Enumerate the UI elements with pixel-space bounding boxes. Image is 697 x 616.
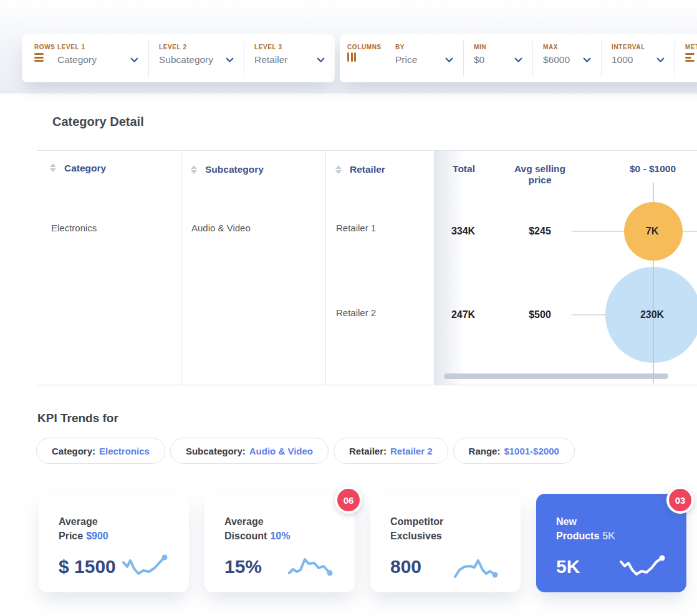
chevron-down-icon [583, 57, 591, 63]
max-label: MAX [543, 44, 601, 51]
sort-retailer-button[interactable] [335, 165, 342, 174]
card-title-line1: Average [224, 516, 264, 527]
kpi-card-new-products[interactable]: 03 New Products5K 5K [536, 494, 686, 592]
pill-value: Retailer 2 [390, 446, 433, 456]
by-dropdown[interactable]: BY Price [395, 34, 463, 82]
level1-dropdown[interactable]: LEVEL 1 Category [57, 34, 148, 82]
filter-pill-range[interactable]: Range: $1001-$2000 [453, 438, 575, 464]
chevron-down-icon [656, 57, 665, 63]
rows-label: ROWS [34, 44, 57, 51]
max-value: $6000 [543, 54, 570, 65]
sort-subcategory-button[interactable] [191, 165, 197, 174]
rows-icon [34, 53, 57, 62]
metrics-icon [685, 53, 697, 62]
chevron-down-icon [514, 57, 522, 63]
card-inline-value: 10% [270, 531, 290, 541]
column-header-avg-price: Avg selling price [509, 163, 571, 186]
level2-value: Subcategory [159, 54, 213, 65]
panel-left-shadow [435, 151, 465, 385]
level2-label: LEVEL 2 [159, 44, 244, 51]
interval-dropdown[interactable]: INTERVAL 1000 [602, 34, 675, 82]
sparkline [453, 553, 502, 580]
level1-value: Category [57, 54, 97, 65]
sort-category-button[interactable] [50, 163, 56, 172]
card-inline-value: $900 [86, 531, 108, 541]
horizontal-scrollbar[interactable] [444, 373, 668, 379]
chevron-down-icon [130, 57, 138, 63]
card-title-line1: New [556, 516, 577, 527]
card-title-line2: Price [59, 531, 83, 541]
card-title-line2: Exclusives [390, 531, 442, 541]
level3-value: Retailer [254, 54, 287, 65]
level3-label: LEVEL 3 [254, 44, 335, 51]
interval-label: INTERVAL [612, 44, 675, 51]
card-value: 5K [556, 556, 580, 577]
filter-pill-category[interactable]: Category: Electronics [36, 438, 165, 464]
columns-icon [347, 52, 395, 62]
column-divider [181, 150, 181, 385]
cell-retailer[interactable]: Retailer 2 [336, 307, 376, 318]
rows-toolbar: ROWS LEVEL 1 Category LEVEL 2 Subcategor… [22, 34, 335, 82]
min-label: MIN [474, 44, 532, 51]
bubble-value: 230K [640, 309, 664, 320]
filter-pill-retailer[interactable]: Retailer: Retailer 2 [334, 438, 448, 464]
kpi-card-average-price[interactable]: Average Price$900 $ 1500 [39, 494, 189, 592]
chevron-down-icon [445, 57, 453, 63]
interval-value: 1000 [612, 54, 633, 65]
min-dropdown[interactable]: MIN $0 [464, 34, 532, 82]
pill-value: $1001-$2000 [504, 446, 559, 456]
kpi-cards: Average Price$900 $ 1500 06 Average Disc… [39, 494, 686, 592]
card-title-line1: Average [59, 516, 98, 527]
card-title: Average Price$900 [59, 515, 170, 543]
notification-badge: 03 [666, 486, 694, 514]
filter-pill-subcategory[interactable]: Subcategory: Audio & Video [170, 438, 329, 464]
cell-avg-price: $245 [529, 226, 551, 237]
metrics-section[interactable]: MET [675, 34, 697, 82]
column-header-total: Total [453, 163, 475, 175]
card-title: Competitor Exclusives [390, 515, 502, 543]
kpi-card-competitor-exclusives[interactable]: Competitor Exclusives 800 [370, 494, 521, 592]
level1-label: LEVEL 1 [57, 44, 148, 51]
pill-label: Range: [469, 446, 501, 456]
level2-dropdown[interactable]: LEVEL 2 Subcategory [149, 34, 244, 82]
column-header-retailer: Retailer [350, 164, 385, 175]
bubble-value: 7K [646, 226, 658, 237]
chevron-down-icon [317, 57, 325, 63]
column-header-bucket: $0 - $1000 [630, 163, 676, 175]
pill-label: Category: [52, 446, 95, 456]
dashboard: ROWS LEVEL 1 Category LEVEL 2 Subcategor… [0, 0, 697, 616]
kpi-section-title: KPI Trends for [37, 411, 118, 425]
cell-avg-price: $500 [529, 309, 551, 320]
card-value: 15% [224, 556, 262, 577]
pill-value: Electronics [99, 446, 150, 456]
card-title-line1: Competitor [390, 516, 443, 527]
card-inline-value: 5K [602, 531, 615, 541]
cell-category[interactable]: Electronics [51, 223, 97, 233]
kpi-card-average-discount[interactable]: 06 Average Discount10% 15% [204, 494, 355, 592]
level3-dropdown[interactable]: LEVEL 3 Retailer [244, 34, 335, 82]
by-label: BY [395, 44, 463, 51]
pill-value: Audio & Video [249, 446, 313, 456]
card-value: 800 [390, 556, 421, 577]
max-dropdown[interactable]: MAX $6000 [533, 34, 601, 82]
cell-retailer[interactable]: Retailer 1 [336, 223, 376, 233]
metrics-label: MET [685, 44, 697, 51]
cell-total: 247K [451, 309, 475, 320]
kpi-filter-pills: Category: Electronics Subcategory: Audio… [36, 438, 575, 464]
card-title: Average Discount10% [224, 515, 336, 543]
card-title-line2: Discount [224, 531, 267, 541]
pill-label: Subcategory: [186, 446, 246, 456]
cell-subcategory[interactable]: Audio & Video [191, 223, 251, 233]
bucket-axis-line [653, 183, 654, 383]
min-value: $0 [474, 54, 484, 65]
card-title-line2: Products [556, 531, 599, 541]
column-header-subcategory: Subcategory [205, 164, 264, 175]
sparkline [619, 553, 668, 580]
pill-label: Retailer: [349, 446, 387, 456]
chevron-down-icon [226, 57, 234, 63]
card-value: $ 1500 [59, 556, 116, 577]
columns-toolbar: COLUMNS BY Price MIN $0 MAX $6000 [340, 34, 697, 82]
column-header-category: Category [64, 163, 106, 174]
card-title: New Products5K [556, 515, 668, 543]
by-value: Price [395, 54, 417, 65]
